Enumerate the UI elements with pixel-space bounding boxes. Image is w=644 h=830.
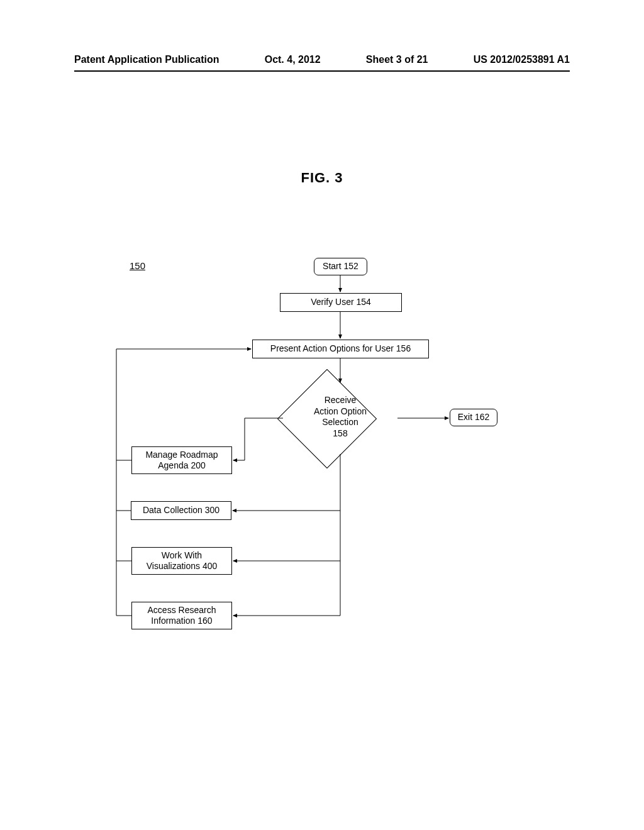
node-start-152: Start 152 (314, 258, 367, 275)
node-present-options-156: Present Action Options for User 156 (252, 340, 429, 358)
node-work-with-400: Work WithVisualizations 400 (131, 547, 232, 575)
node-data-collection-300: Data Collection 300 (131, 501, 231, 520)
node-manage-roadmap-200: Manage RoadmapAgenda 200 (131, 446, 232, 474)
node-exit-162: Exit 162 (450, 409, 497, 426)
node-access-research-160: Access ResearchInformation 160 (131, 602, 232, 629)
page: Patent Application Publication Oct. 4, 2… (0, 0, 644, 830)
node-verify-user-154: Verify User 154 (280, 293, 402, 312)
flowchart-diagram: 150 Start 152 Verify User 154 Present Ac… (0, 0, 644, 830)
reference-numeral-150: 150 (130, 260, 145, 271)
